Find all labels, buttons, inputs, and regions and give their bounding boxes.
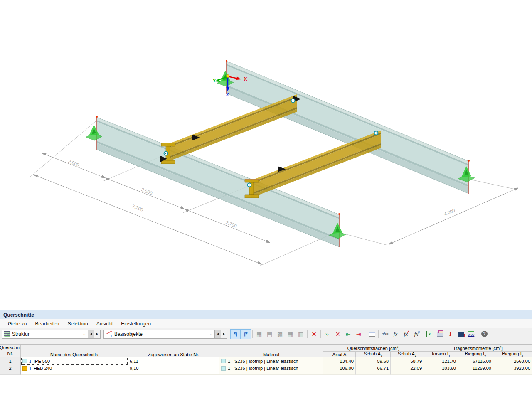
i-section-icon: I <box>29 358 31 364</box>
delete-row-icon: ✕ <box>335 331 340 337</box>
formula-delete-button[interactable]: fx✗ <box>401 329 411 339</box>
struktur-prev-button[interactable]: ◄ <box>88 330 94 339</box>
schub-ay-cell[interactable]: 66.71 <box>356 365 391 372</box>
import-rows-button[interactable]: ⇤ <box>343 329 353 339</box>
menu-selektion[interactable]: Selektion <box>64 320 91 328</box>
section-color-swatch <box>22 359 27 363</box>
col-header-axial-a[interactable]: Axial A <box>323 352 356 357</box>
basisobjekte-dropdown-value: Basisobjekte <box>114 331 207 337</box>
basisobjekte-prev-button[interactable]: ◄ <box>215 330 221 339</box>
table-column-header-row: Name des Querschnitts Zugewiesen an Stäb… <box>0 352 532 357</box>
biegung-iy-cell[interactable]: 11259.00 <box>458 365 493 372</box>
table-row: 1 I IPE 550 6,11 1 - S235 | Isotrop | Li… <box>0 357 532 365</box>
material-cell[interactable]: 1 - S235 | Isotrop | Linear elastisch <box>219 357 323 365</box>
delete-table-button[interactable]: ✕ <box>309 329 319 339</box>
section-color-swatch <box>22 366 27 371</box>
panel-title-bar[interactable]: Querschnitte <box>0 310 532 319</box>
section-name-cell[interactable]: I IPE 550 <box>21 357 128 365</box>
menu-einstellungen[interactable]: Einstellungen <box>117 320 155 328</box>
torsion-it-cell[interactable]: 103.60 <box>424 365 458 372</box>
basisobjekte-next-button[interactable]: ► <box>221 330 227 339</box>
table-view-button[interactable]: ▦ <box>254 329 264 339</box>
help-button[interactable]: ? <box>479 329 490 339</box>
axial-a-cell[interactable]: 134.40 <box>323 357 356 365</box>
cross-section-properties-button[interactable]: I <box>445 329 456 339</box>
schub-az-cell[interactable]: 58.79 <box>391 357 424 365</box>
col-header-schub-az[interactable]: Schub Az <box>391 352 424 357</box>
table-options-icon: ▥ <box>298 331 303 337</box>
group-header-querschnittsflaechen: Querschnittsflächen [cm2] <box>323 345 424 352</box>
material-cell[interactable]: 1 - S235 | Isotrop | Linear elastisch <box>219 365 323 372</box>
formula-global-button[interactable]: fx⊕ <box>411 329 421 339</box>
formula-button[interactable]: fx <box>390 329 401 339</box>
cross-section-library-button[interactable] <box>456 329 466 339</box>
export-rows-button[interactable]: ⇥ <box>353 329 364 339</box>
table-edit-button[interactable]: ▤ <box>264 329 275 339</box>
select-rows-button[interactable]: ↰ <box>230 329 241 339</box>
rename-button[interactable]: ab= <box>380 329 390 339</box>
col-header-biegung-iz[interactable]: Biegung Iz <box>493 352 532 357</box>
panel-menu-bar: Gehe zu Bearbeiten Selektion Ansicht Ein… <box>0 319 532 328</box>
table-filter-icon: ▦ <box>288 331 293 337</box>
delete-row-button[interactable]: ✕ <box>332 329 343 339</box>
struktur-dropdown-value: Struktur <box>12 331 81 337</box>
axis-y-label: Y <box>213 78 216 83</box>
col-header-torsion-it[interactable]: Torsion IT <box>424 352 458 357</box>
biegung-iz-cell[interactable]: 2668.00 <box>493 357 532 365</box>
chevron-down-icon: ⌄ <box>209 332 213 336</box>
biegung-iy-cell[interactable]: 67116.00 <box>458 357 493 365</box>
col-header-schub-ay[interactable]: Schub Ay <box>356 352 391 357</box>
chevron-down-icon: ⌄ <box>83 332 86 336</box>
biegung-iz-cell[interactable]: 3923.00 <box>493 365 532 372</box>
arrow-right-icon: ⇥ <box>356 331 361 337</box>
insert-row-icon: ⤷ <box>326 330 329 337</box>
row-number[interactable]: 2 <box>0 365 21 372</box>
col-header-name[interactable]: Name des Querschnitts <box>21 352 128 357</box>
schub-az-cell[interactable]: 22.09 <box>391 365 424 372</box>
node <box>164 152 168 155</box>
col-header-members[interactable]: Zugewiesen an Stäbe Nr. <box>128 352 219 357</box>
table-add-button[interactable]: ▩ <box>275 329 285 339</box>
table-options-button[interactable]: ▥ <box>296 329 306 339</box>
cross-sections-table: Querschn. Nr. Querschnittsflächen [cm2] … <box>0 344 532 375</box>
insert-row-button[interactable]: ⤷ <box>322 329 332 339</box>
menu-ansicht[interactable]: Ansicht <box>93 320 116 328</box>
panel-layout-button[interactable] <box>367 329 377 339</box>
basisobjekte-dropdown[interactable]: Basisobjekte ⌄ <box>103 330 215 339</box>
beam-heb240-right[interactable] <box>251 131 381 198</box>
struktur-dropdown[interactable]: Struktur ⌄ <box>2 330 88 339</box>
excel-icon: X <box>426 331 433 337</box>
assigned-members-cell[interactable]: 6,11 <box>128 357 219 365</box>
i-section-icon: I <box>29 366 31 371</box>
col-header-biegung-iy[interactable]: Biegung Iy <box>458 352 493 357</box>
col-header-material[interactable]: Material <box>219 352 323 357</box>
model-viewport[interactable]: 2.000 2.500 2.700 7.200 4.000 <box>0 0 532 310</box>
i-beam-icon: I <box>449 331 451 337</box>
beam-heb240-left[interactable] <box>167 94 297 162</box>
table-edit-icon: ▤ <box>267 331 272 337</box>
library-book-icon <box>458 332 464 337</box>
material-color-swatch <box>221 359 226 363</box>
print-button[interactable] <box>435 329 445 339</box>
struktur-next-button[interactable]: ► <box>94 330 101 339</box>
assigned-members-cell[interactable]: 9,10 <box>128 365 219 372</box>
dim-label-2700: 2.700 <box>225 220 237 229</box>
table-filter-button[interactable]: ▦ <box>285 329 296 339</box>
torsion-it-cell[interactable]: 121.70 <box>424 357 458 365</box>
dim-label-2000: 2.000 <box>67 159 80 167</box>
decimal-places-button[interactable]: 0,00 <box>466 329 476 339</box>
select-related-button[interactable]: ↱ <box>241 329 251 339</box>
beam-ipe550-far[interactable] <box>227 61 469 194</box>
table-group-header-row: Querschnittsflächen [cm2] Trägheitsmomen… <box>0 345 532 352</box>
excel-export-button[interactable]: X <box>424 329 435 339</box>
material-color-swatch <box>221 366 226 371</box>
schub-ay-cell[interactable]: 59.68 <box>356 357 391 365</box>
row-number[interactable]: 1 <box>0 357 21 365</box>
menu-gehe-zu[interactable]: Gehe zu <box>4 320 30 328</box>
menu-bearbeiten[interactable]: Bearbeiten <box>31 320 63 328</box>
axial-a-cell[interactable]: 106.00 <box>323 365 356 372</box>
node <box>291 99 295 103</box>
decimal-places-icon: 0,00 <box>468 331 475 337</box>
section-name-cell[interactable]: I HEB 240 <box>21 365 128 372</box>
table-add-icon: ▩ <box>277 331 283 337</box>
